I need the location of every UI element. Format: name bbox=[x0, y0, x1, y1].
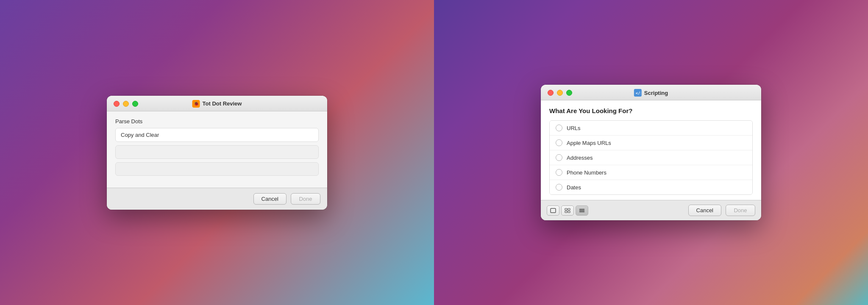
traffic-lights-right bbox=[548, 90, 572, 96]
tot-dialog-footer: Cancel Done bbox=[107, 188, 327, 210]
tot-window-title: 🐞 Tot Dot Review bbox=[192, 100, 242, 108]
scripting-checkbox-list: URLs Apple Maps URLs Addresses Phone Num… bbox=[549, 120, 753, 195]
list-item-dates[interactable]: Dates bbox=[550, 180, 752, 194]
phone-numbers-label: Phone Numbers bbox=[567, 169, 606, 176]
scripting-footer-buttons: Cancel Done bbox=[688, 205, 755, 216]
scripting-done-button[interactable]: Done bbox=[726, 205, 755, 216]
minimize-button[interactable] bbox=[123, 101, 129, 107]
list-item-addresses[interactable]: Addresses bbox=[550, 150, 752, 165]
parse-dots-label: Parse Dots bbox=[115, 118, 319, 125]
grid-view-button[interactable] bbox=[561, 205, 574, 216]
apple-maps-urls-label: Apple Maps URLs bbox=[567, 140, 611, 146]
tot-title-bar: 🐞 Tot Dot Review bbox=[107, 96, 327, 111]
right-background: </> Scripting What Are You Looking For? … bbox=[434, 0, 868, 305]
list-item-phone-numbers[interactable]: Phone Numbers bbox=[550, 165, 752, 180]
scripting-close-button[interactable] bbox=[548, 90, 554, 96]
empty-row-1[interactable] bbox=[115, 145, 319, 159]
tot-cancel-button[interactable]: Cancel bbox=[253, 193, 287, 205]
tot-dot-review-dialog: 🐞 Tot Dot Review Parse Dots Copy and Cle… bbox=[107, 96, 327, 210]
phone-numbers-checkbox[interactable] bbox=[556, 169, 562, 176]
list-view-button[interactable] bbox=[576, 205, 588, 216]
svg-rect-5 bbox=[565, 211, 567, 213]
list-item-urls[interactable]: URLs bbox=[550, 121, 752, 136]
tot-icon: 🐞 bbox=[192, 100, 200, 108]
view-icons-group bbox=[547, 205, 588, 216]
empty-row-2[interactable] bbox=[115, 162, 319, 176]
maximize-button[interactable] bbox=[132, 101, 138, 107]
scripting-heading: What Are You Looking For? bbox=[549, 107, 753, 114]
scripting-dialog-body: What Are You Looking For? URLs Apple Map… bbox=[541, 100, 761, 200]
addresses-checkbox[interactable] bbox=[556, 154, 562, 161]
dates-label: Dates bbox=[567, 184, 581, 191]
urls-label: URLs bbox=[567, 125, 581, 131]
scripting-cancel-button[interactable]: Cancel bbox=[688, 205, 721, 216]
tot-title-text: Tot Dot Review bbox=[203, 100, 242, 107]
svg-rect-3 bbox=[565, 208, 567, 210]
scripting-dialog: </> Scripting What Are You Looking For? … bbox=[541, 85, 761, 220]
svg-text:</>: </> bbox=[636, 91, 641, 95]
scripting-title-text: Scripting bbox=[644, 90, 668, 96]
copy-and-clear-row[interactable]: Copy and Clear bbox=[115, 128, 319, 142]
svg-rect-2 bbox=[551, 208, 556, 213]
traffic-lights-left bbox=[114, 101, 138, 107]
scripting-title-bar: </> Scripting bbox=[541, 85, 761, 100]
list-item-apple-maps-urls[interactable]: Apple Maps URLs bbox=[550, 136, 752, 150]
left-background: 🐞 Tot Dot Review Parse Dots Copy and Cle… bbox=[0, 0, 434, 305]
close-button[interactable] bbox=[114, 101, 120, 107]
scripting-icon: </> bbox=[634, 89, 642, 97]
scripting-window-title: </> Scripting bbox=[634, 89, 668, 97]
urls-checkbox[interactable] bbox=[556, 125, 562, 131]
svg-rect-4 bbox=[568, 208, 570, 210]
addresses-label: Addresses bbox=[567, 155, 593, 161]
scripting-maximize-button[interactable] bbox=[566, 90, 572, 96]
scripting-minimize-button[interactable] bbox=[557, 90, 563, 96]
svg-rect-6 bbox=[568, 211, 570, 213]
scripting-dialog-footer: Cancel Done bbox=[541, 200, 761, 220]
dates-checkbox[interactable] bbox=[556, 184, 562, 191]
tot-dialog-body: Parse Dots Copy and Clear bbox=[107, 111, 327, 188]
apple-maps-urls-checkbox[interactable] bbox=[556, 139, 562, 146]
tot-done-button[interactable]: Done bbox=[291, 193, 320, 205]
single-view-button[interactable] bbox=[547, 205, 559, 216]
